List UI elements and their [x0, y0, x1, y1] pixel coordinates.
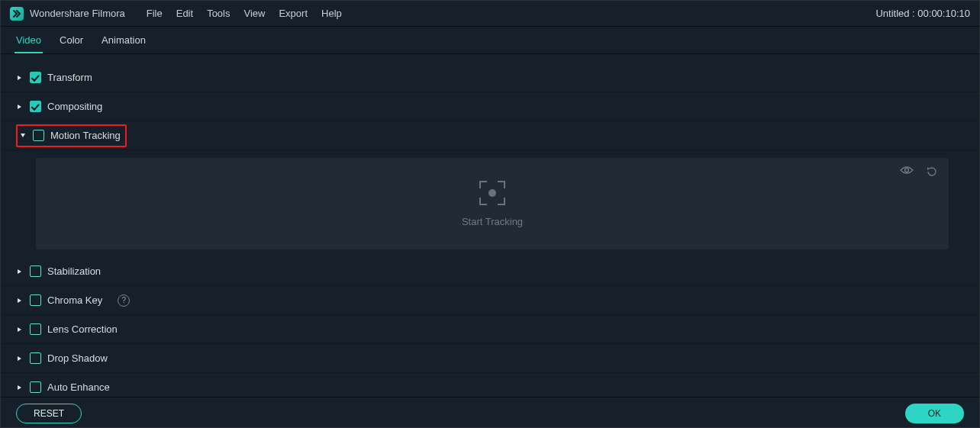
motion-tracking-checkbox[interactable]	[33, 130, 44, 141]
section-label: Drop Shadow	[47, 352, 108, 364]
drop-shadow-checkbox[interactable]	[30, 352, 41, 364]
svg-point-0	[905, 169, 909, 172]
tab-animation[interactable]: Animation	[100, 34, 147, 53]
section-compositing[interactable]: Compositing	[1, 92, 979, 121]
section-label: Transform	[47, 72, 92, 83]
chevron-right-icon	[16, 268, 24, 275]
tracker-target-icon[interactable]	[479, 181, 505, 205]
chevron-right-icon	[16, 326, 24, 333]
menu-export[interactable]: Export	[279, 8, 308, 19]
section-label: Motion Tracking	[50, 130, 121, 141]
section-label: Lens Correction	[47, 323, 118, 335]
chevron-right-icon	[16, 103, 24, 111]
section-drop-shadow[interactable]: Drop Shadow	[1, 344, 979, 373]
app-logo: Wondershare Filmora	[10, 7, 125, 21]
lens-correction-checkbox[interactable]	[30, 323, 41, 335]
section-motion-tracking[interactable]: Motion Tracking	[1, 121, 979, 150]
chevron-right-icon	[16, 297, 24, 304]
chevron-right-icon	[16, 74, 24, 82]
main-menu: File Edit Tools View Export Help	[147, 8, 342, 19]
section-chroma-key[interactable]: Chroma Key ?	[1, 286, 979, 315]
chevron-right-icon	[16, 355, 24, 362]
section-label: Chroma Key	[47, 294, 102, 306]
eye-icon[interactable]	[900, 166, 914, 180]
logo-icon	[10, 7, 24, 21]
menu-tools[interactable]: Tools	[207, 8, 230, 19]
menu-view[interactable]: View	[243, 8, 265, 19]
menu-file[interactable]: File	[147, 8, 163, 19]
motion-tracking-panel: Start Tracking	[36, 158, 949, 249]
reset-icon[interactable]	[926, 166, 938, 180]
tab-video[interactable]: Video	[15, 34, 43, 53]
app-name: Wondershare Filmora	[30, 8, 125, 19]
footer-bar: RESET OK	[1, 397, 979, 428]
stabilization-checkbox[interactable]	[30, 265, 41, 277]
project-title: Untitled : 00:00:10:10	[875, 8, 970, 19]
start-tracking-button[interactable]: Start Tracking	[462, 216, 523, 227]
auto-enhance-checkbox[interactable]	[30, 381, 41, 393]
chevron-right-icon	[16, 384, 24, 391]
reset-button[interactable]: RESET	[16, 404, 82, 423]
section-auto-enhance[interactable]: Auto Enhance	[1, 373, 979, 397]
ok-button[interactable]: OK	[905, 404, 964, 423]
transform-checkbox[interactable]	[30, 72, 41, 83]
chevron-down-icon	[19, 132, 27, 140]
section-label: Compositing	[47, 101, 102, 112]
top-bar: Wondershare Filmora File Edit Tools View…	[1, 1, 979, 27]
compositing-checkbox[interactable]	[30, 101, 41, 112]
help-icon[interactable]: ?	[118, 294, 130, 307]
section-stabilization[interactable]: Stabilization	[1, 257, 979, 286]
tab-color[interactable]: Color	[58, 34, 85, 53]
section-transform[interactable]: Transform	[1, 63, 979, 92]
tab-strip: Video Color Animation	[1, 27, 979, 54]
section-label: Auto Enhance	[47, 381, 110, 393]
menu-help[interactable]: Help	[321, 8, 342, 19]
motion-tracking-highlight: Motion Tracking	[16, 124, 127, 147]
video-panel: Transform Compositing Motion Tracking	[1, 54, 979, 397]
section-lens-correction[interactable]: Lens Correction	[1, 315, 979, 344]
menu-edit[interactable]: Edit	[176, 8, 193, 19]
section-label: Stabilization	[47, 265, 101, 277]
chroma-key-checkbox[interactable]	[30, 294, 41, 306]
